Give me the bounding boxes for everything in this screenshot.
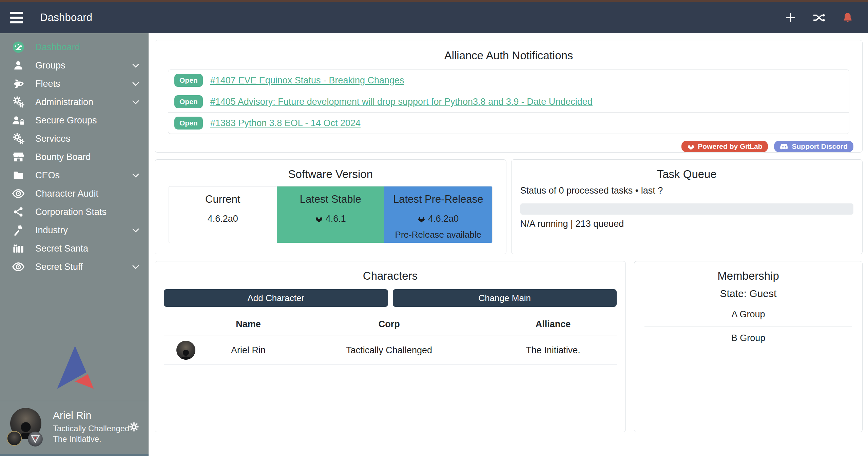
user-avatar-stack — [9, 408, 44, 446]
notification-row: Open #1407 EVE Equinox Status - Breaking… — [168, 70, 849, 91]
user-settings-gear-icon[interactable] — [128, 421, 140, 434]
chevron-down-icon — [131, 97, 140, 107]
table-row: Ariel Rin Tactically Challenged The Init… — [164, 336, 617, 365]
notification-row: Open #1383 Python 3.8 EOL - 14 Oct 2024 — [168, 113, 849, 134]
sidebar-item-label: Dashboard — [35, 42, 80, 53]
sidebar-item-secure-groups[interactable]: Secure Groups — [0, 111, 149, 130]
membership-card: Membership State: Guest A Group B Group — [634, 261, 863, 432]
top-navbar: Dashboard — [0, 2, 868, 33]
sidebar-item-label: Secret Santa — [35, 243, 88, 254]
add-character-button[interactable]: Add Character — [164, 289, 388, 307]
user-lock-icon — [10, 115, 26, 126]
membership-group-row: B Group — [644, 326, 852, 350]
task-queue-card: Task Queue Status of 0 processed tasks •… — [511, 159, 863, 254]
sidebar-item-corporation-stats[interactable]: Corporation Stats — [0, 203, 149, 221]
sidebar-item-character-audit[interactable]: Character Audit — [0, 184, 149, 203]
main-content: Alliance Auth Notifications Open #1407 E… — [149, 33, 868, 456]
task-queue-title: Task Queue — [520, 168, 854, 181]
sidebar-item-administration[interactable]: Administration — [0, 93, 149, 111]
task-queue-status: Status of 0 processed tasks • last ? — [520, 185, 854, 196]
version-prerelease-value: 4.6.2a0 — [428, 214, 459, 224]
store-icon — [10, 152, 26, 162]
column-header-name: Name — [208, 314, 289, 336]
sidebar-item-label: Corporation Stats — [35, 207, 107, 217]
membership-state: State: Guest — [644, 288, 852, 299]
add-icon[interactable] — [784, 11, 797, 24]
column-header-corp: Corp — [289, 314, 489, 336]
notifications-list: Open #1407 EVE Equinox Status - Breaking… — [168, 70, 849, 134]
user-icon — [10, 60, 26, 71]
sidebar-item-industry[interactable]: Industry — [0, 221, 149, 239]
chevron-down-icon — [131, 262, 140, 272]
notification-link[interactable]: #1383 Python 3.8 EOL - 14 Oct 2024 — [210, 118, 361, 128]
software-version-title: Software Version — [164, 168, 497, 181]
sidebar-item-label: Fleets — [35, 79, 60, 89]
notification-link[interactable]: #1405 Advisory: Future development will … — [210, 97, 593, 107]
discord-icon — [780, 143, 789, 150]
version-latest-prerelease: Latest Pre-Release 4.6.2a0 Pre-Release a… — [384, 186, 492, 243]
sidebar-item-label: Bounty Board — [35, 152, 91, 162]
sidebar-bottom-strip — [0, 454, 149, 456]
user-corp: Tactically Challenged — [53, 423, 129, 434]
notifications-bell-icon[interactable] — [841, 11, 854, 24]
status-badge: Open — [174, 117, 203, 130]
change-main-button[interactable]: Change Main — [393, 289, 617, 307]
version-prerelease-header: Latest Pre-Release — [384, 193, 492, 205]
characters-title: Characters — [164, 270, 617, 282]
version-current: Current 4.6.2a0 — [169, 186, 277, 243]
powered-by-gitlab-badge[interactable]: Powered by GitLab — [681, 141, 768, 152]
portrait-column-header — [164, 314, 208, 336]
sidebar-item-bounty-board[interactable]: Bounty Board — [0, 148, 149, 166]
page-title: Dashboard — [40, 12, 92, 24]
version-stable-value: 4.6.1 — [326, 214, 346, 224]
sidebar-item-dashboard[interactable]: Dashboard — [0, 38, 149, 56]
gears-icon — [10, 96, 26, 108]
chevron-down-icon — [131, 225, 140, 235]
sidebar-item-label: Secure Groups — [35, 115, 97, 126]
hammer-icon — [10, 224, 26, 236]
dashboard-gauge-icon — [10, 41, 26, 54]
task-queue-counts: N/A running | 213 queued — [520, 219, 854, 229]
corp-logo-badge — [7, 431, 22, 446]
user-name: Ariel Rin — [53, 410, 129, 421]
notification-link[interactable]: #1407 EVE Equinox Status - Breaking Chan… — [210, 75, 404, 86]
rocket-icon — [10, 78, 26, 89]
sidebar-item-groups[interactable]: Groups — [0, 56, 149, 75]
sidebar-item-secret-santa[interactable]: Secret Santa — [0, 239, 149, 258]
membership-title: Membership — [644, 270, 852, 282]
character-corp-cell: Tactically Challenged — [289, 336, 489, 365]
sidebar-item-label: Secret Stuff — [35, 262, 83, 272]
gifts-icon — [10, 243, 26, 254]
gitlab-tanuki-icon — [418, 215, 425, 223]
sidebar-item-label: Groups — [35, 60, 65, 71]
folder-icon — [10, 170, 26, 181]
version-latest-stable: Latest Stable 4.6.1 — [277, 186, 385, 243]
notification-row: Open #1405 Advisory: Future development … — [168, 91, 849, 113]
menu-toggle-icon[interactable] — [10, 12, 26, 23]
discord-badge-label: Support Discord — [792, 142, 848, 151]
sidebar-item-ceos[interactable]: CEOs — [0, 166, 149, 184]
column-header-alliance: Alliance — [489, 314, 617, 336]
gitlab-tanuki-icon — [315, 215, 323, 223]
sidebar-item-label: Industry — [35, 225, 68, 236]
characters-table: Name Corp Alliance Ariel Ri — [164, 314, 617, 365]
sidebar: Dashboard Groups Fleets Ad — [0, 33, 149, 456]
sidebar-item-fleets[interactable]: Fleets — [0, 75, 149, 93]
support-discord-badge[interactable]: Support Discord — [774, 141, 853, 152]
status-badge: Open — [174, 95, 203, 108]
shuffle-icon[interactable] — [812, 11, 826, 24]
version-stable-header: Latest Stable — [277, 193, 385, 205]
sidebar-menu: Dashboard Groups Fleets Ad — [0, 33, 149, 276]
gears-icon — [10, 133, 26, 145]
status-badge: Open — [174, 74, 203, 87]
sidebar-item-secret-stuff[interactable]: Secret Stuff — [0, 258, 149, 276]
sidebar-item-label: Character Audit — [35, 189, 98, 199]
sidebar-item-services[interactable]: Services — [0, 130, 149, 148]
chevron-down-icon — [131, 61, 140, 70]
chevron-down-icon — [131, 79, 140, 88]
alliance-auth-logo — [52, 344, 96, 391]
eye-icon — [10, 189, 26, 198]
prerelease-note: Pre-Release available — [384, 230, 492, 240]
user-panel[interactable]: Ariel Rin Tactically Challenged The Init… — [0, 401, 149, 454]
eye-icon — [10, 262, 26, 272]
